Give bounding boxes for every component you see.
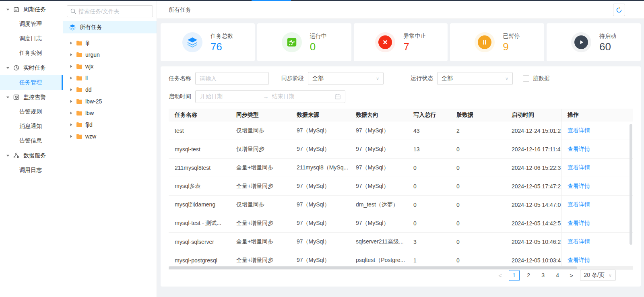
caret-down-icon <box>6 154 10 157</box>
table-row: mysql-test - 测试...全量+增量同步97（MySql）97（MyS… <box>169 214 633 233</box>
view-details-link[interactable]: 查看详情 <box>568 146 590 153</box>
caret-right-icon[interactable] <box>69 111 73 115</box>
sync-stage-select[interactable]: 全部 ∨ <box>308 72 384 85</box>
column-header-启动时间: 启动时间 <box>506 109 561 122</box>
horizontal-scrollbar[interactable] <box>169 266 633 270</box>
table-cell: 97（MySql） <box>350 140 407 158</box>
sidebar-item-告警信息[interactable]: 告警信息 <box>0 134 63 148</box>
tree-folder-fjl[interactable]: fjl <box>63 37 157 49</box>
table-cell: 97（MySql） <box>350 214 407 232</box>
run-status-select[interactable]: 全部 ∨ <box>437 72 513 85</box>
tree-search-box[interactable] <box>67 5 153 17</box>
pagination-page-2[interactable]: 2 <box>523 270 534 281</box>
task-name-input[interactable] <box>195 72 269 85</box>
view-details-link[interactable]: 查看详情 <box>568 201 590 208</box>
table-cell: mysql多表 <box>169 177 230 195</box>
stat-icon-circle <box>282 32 302 52</box>
stat-icon-circle <box>571 32 591 52</box>
pagination-page-1[interactable]: 1 <box>509 270 520 281</box>
pagination-page-3[interactable]: 3 <box>538 270 549 281</box>
sidebar-item-任务实例[interactable]: 任务实例 <box>0 46 63 60</box>
caret-right-icon[interactable] <box>69 76 73 80</box>
table-cell: test <box>169 122 230 140</box>
tree-folder-label: wzw <box>85 133 96 140</box>
view-details-link[interactable]: 查看详情 <box>568 220 590 227</box>
stat-card-待启动: 待启动60 <box>547 23 641 61</box>
tree-folder-wzw[interactable]: wzw <box>63 130 157 142</box>
stat-icon-circle <box>375 32 395 52</box>
view-details-link[interactable]: 查看详情 <box>568 238 590 245</box>
view-details-link[interactable]: 查看详情 <box>568 183 590 190</box>
caret-down-icon <box>6 95 10 99</box>
calendar-icon <box>335 94 341 99</box>
view-details-link[interactable]: 查看详情 <box>568 164 590 171</box>
tree-folder-wjx[interactable]: wjx <box>63 60 157 72</box>
horizontal-scrollbar-thumb[interactable] <box>169 266 577 269</box>
view-details-link[interactable]: 查看详情 <box>568 127 590 134</box>
table-cell-actions: 查看详情 <box>561 140 633 158</box>
dirty-data-checkbox[interactable] <box>523 75 529 82</box>
caret-right-icon[interactable] <box>69 99 73 103</box>
caret-right-icon[interactable] <box>69 123 73 127</box>
table-cell: 0 <box>407 214 450 232</box>
tree-search-input[interactable] <box>78 8 149 14</box>
tree-folder-lbw[interactable]: lbw <box>63 107 157 119</box>
sidebar-group-数据服务[interactable]: 数据服务 <box>0 148 63 163</box>
sidebar-group-周期任务[interactable]: 周期任务 <box>0 2 63 17</box>
tree-folder-label: ll <box>85 75 88 81</box>
tree-folder-fjld[interactable]: fjld <box>63 119 157 130</box>
start-time-range-picker[interactable]: 开始日期 → 结束日期 <box>195 90 345 103</box>
caret-right-icon[interactable] <box>69 53 73 57</box>
table-cell: mysql-test <box>169 140 230 158</box>
sidebar-item-label: 任务实例 <box>19 50 42 57</box>
caret-right-icon[interactable] <box>69 88 73 92</box>
sidebar-group-label: 实时任务 <box>23 64 46 72</box>
pagination-next-button[interactable]: > <box>567 272 576 279</box>
sidebar-group-实时任务[interactable]: 实时任务 <box>0 60 63 75</box>
caret-down-icon <box>6 66 10 70</box>
tree-root-all-tasks[interactable]: 所有任务 <box>63 21 157 33</box>
refresh-button[interactable] <box>613 4 625 16</box>
folder-icon <box>76 40 83 46</box>
sidebar-item-label: 调用日志 <box>19 167 42 174</box>
sidebar-item-调度管理[interactable]: 调度管理 <box>0 17 63 31</box>
sidebar-item-label: 告警规则 <box>19 108 42 116</box>
vertical-scrollbar[interactable] <box>630 124 632 245</box>
sidebar-item-调度日志[interactable]: 调度日志 <box>0 31 63 46</box>
table-cell: 0 <box>450 233 506 251</box>
task-table: 任务名称同步类型数据来源数据去向写入总行脏数据启动时间操作 test仅增量同步9… <box>169 109 633 270</box>
tree-folder-lbw-25[interactable]: lbw-25 <box>63 95 157 107</box>
pagination-page-4[interactable]: 4 <box>552 270 563 281</box>
table-row: 211mysql8test全量+增量同步211mysql8（MySq...97（… <box>169 159 633 177</box>
table-cell: 0 <box>407 177 450 195</box>
tree-folder-ll[interactable]: ll <box>63 72 157 84</box>
tree-folder-dd[interactable]: dd <box>63 84 157 95</box>
table-cell-actions: 查看详情 <box>561 159 633 177</box>
table-cell: mysql-test - 测试... <box>169 214 230 232</box>
tree-folder-urgun[interactable]: urgun <box>63 49 157 60</box>
page-size-select[interactable]: 20 条/页∨ <box>580 270 616 281</box>
sidebar-item-label: 调度管理 <box>19 21 42 28</box>
table-cell: 0 <box>450 159 506 177</box>
table-cell: 211mysql8（MySq... <box>291 159 350 177</box>
sidebar-item-消息通知[interactable]: 消息通知 <box>0 119 63 134</box>
table-cell: 0 <box>450 140 506 158</box>
folder-icon <box>76 87 83 93</box>
table-cell: 2024-12-05 17:47:28 <box>506 177 561 195</box>
sidebar-group-监控告警[interactable]: 监控告警 <box>0 90 63 105</box>
pagination-prev-button[interactable]: < <box>495 272 505 279</box>
sync-stage-label: 同步阶段 <box>281 75 304 82</box>
sidebar-item-任务管理[interactable]: 任务管理 <box>0 75 63 90</box>
table-cell: 全量+增量同步 <box>230 159 291 177</box>
caret-right-icon[interactable] <box>69 64 73 68</box>
tree-folder-label: fjld <box>85 122 93 128</box>
table-cell: 2024-12-05 14:42:55 <box>506 214 561 232</box>
stat-text: 运行中0 <box>310 33 327 52</box>
caret-right-icon[interactable] <box>69 41 73 45</box>
date-end-placeholder: 结束日期 <box>272 93 332 100</box>
sidebar-item-调用日志[interactable]: 调用日志 <box>0 163 63 177</box>
view-details-link[interactable]: 查看详情 <box>568 257 590 264</box>
caret-right-icon[interactable] <box>69 134 73 138</box>
sidebar-item-告警规则[interactable]: 告警规则 <box>0 105 63 119</box>
error-icon <box>378 35 392 49</box>
